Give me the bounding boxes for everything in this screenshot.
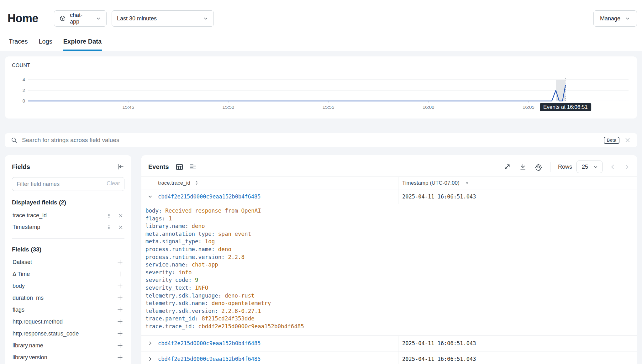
beta-badge: Beta [604, 137, 619, 144]
add-field-icon[interactable] [116, 258, 124, 266]
detail-value: 8f215cd24f353dde [202, 315, 255, 322]
divider [12, 238, 124, 239]
detail-key: meta.annotation_type: [145, 231, 215, 237]
count-line-chart[interactable]: 02415:4515:5015:5516:0016:05Events at 16… [12, 73, 630, 117]
dataset-cube-icon [59, 15, 66, 22]
settings-gear-icon[interactable] [535, 163, 543, 171]
column-header-timestamp[interactable]: Timestamp (UTC-07:00) [402, 180, 460, 186]
detail-line: body: Received response from OpenAI [145, 207, 637, 215]
field-row: Dataset [12, 256, 124, 268]
search-close-icon[interactable] [624, 136, 631, 144]
time-range-label: Last 30 minutes [117, 15, 157, 22]
add-field-icon[interactable] [116, 294, 124, 302]
detail-key: body: [145, 208, 162, 214]
detail-value: deno-rust [225, 293, 255, 299]
field-label: library.name [13, 342, 43, 349]
rows-per-page-select[interactable]: 25 [576, 161, 603, 173]
filter-clear-button[interactable]: Clear [107, 180, 120, 187]
tab-traces[interactable]: Traces [8, 38, 28, 51]
sort-desc-icon[interactable] [465, 181, 470, 186]
collapse-row-icon[interactable] [147, 193, 153, 200]
field-label: body [13, 283, 25, 289]
manage-button[interactable]: Manage [593, 10, 637, 27]
detail-value: INFO [195, 285, 208, 291]
field-row: http.response.status_code [12, 328, 124, 340]
chevron-down-icon [203, 16, 208, 21]
add-field-icon[interactable] [116, 306, 124, 314]
field-label: Δ Time [13, 271, 30, 277]
detail-line: process.runtime.name: deno [145, 245, 637, 253]
detail-key: process.runtime.version: [145, 254, 225, 260]
displayed-fields-header: Displayed fields (2) [12, 199, 124, 207]
expand-icon[interactable] [503, 163, 511, 171]
add-field-icon[interactable] [116, 282, 124, 290]
detail-line: library.name: deno [145, 222, 637, 230]
detail-value: 1 [169, 215, 172, 222]
search-icon [11, 137, 18, 144]
field-label: duration_ms [13, 295, 44, 301]
events-table-header: trace.trace_id Timestamp (UTC-07:00) [141, 177, 637, 189]
tab-logs[interactable]: Logs [38, 38, 52, 51]
trace-id-link[interactable]: cbd4f2e215d0000c9eaa152b0b4f6485 [158, 356, 261, 362]
detail-key: trace.trace_id: [145, 323, 195, 330]
detail-value: 9 [195, 277, 198, 283]
page-title: Home [8, 12, 38, 25]
chevron-down-icon [625, 16, 630, 21]
expand-row-icon[interactable] [147, 356, 153, 362]
svg-text:15:55: 15:55 [323, 104, 334, 110]
events-table: trace.trace_id Timestamp (UTC-07:00) cbd… [141, 177, 637, 364]
detail-value: cbd4f2e215d0000c9eaa152b0b4f6485 [198, 323, 304, 330]
detail-value: log [205, 238, 215, 245]
trace-id-link[interactable]: cbd4f2e215d0000c9eaa152b0b4f6485 [158, 340, 261, 346]
field-row: http.request.method [12, 316, 124, 328]
fields-panel-title: Fields [12, 163, 30, 171]
remove-field-icon[interactable] [118, 213, 124, 219]
detail-key: service.name: [145, 261, 188, 268]
detail-key: telemetry.sdk.version: [145, 308, 218, 314]
field-label: trace.trace_id [13, 212, 47, 219]
field-label: flags [13, 307, 24, 313]
add-field-icon[interactable] [116, 342, 124, 349]
detail-key: trace.parent_id: [145, 315, 198, 322]
chart-svg: 02415:4515:5015:5516:0016:05 [12, 73, 630, 117]
svg-text:2: 2 [23, 87, 25, 93]
detail-key: library.name: [145, 223, 188, 229]
chart-tooltip: Events at 16:06:51 [540, 103, 591, 111]
detail-value: chat-app [192, 261, 218, 268]
download-icon[interactable] [519, 163, 527, 171]
table-row: cbd4f2e215d0000c9eaa152b0b4f64852025-04-… [141, 351, 637, 364]
chevron-down-icon [96, 16, 101, 21]
remove-field-icon[interactable] [118, 224, 124, 230]
next-page-button[interactable] [623, 163, 630, 171]
prev-page-button[interactable] [609, 163, 617, 171]
detail-line: severity_code: 9 [145, 276, 637, 284]
drag-handle-icon[interactable] [106, 224, 112, 230]
svg-text:15:45: 15:45 [122, 104, 134, 110]
search-input[interactable] [22, 137, 599, 144]
add-field-icon[interactable] [116, 270, 124, 278]
time-range-dropdown[interactable]: Last 30 minutes [112, 10, 214, 27]
detail-line: trace.parent_id: 8f215cd24f353dde [145, 315, 637, 323]
expand-row-icon[interactable] [147, 340, 153, 346]
add-field-icon[interactable] [116, 330, 124, 337]
field-row: library.name [12, 340, 124, 351]
search-bar: Beta [5, 133, 637, 147]
list-view-icon[interactable] [189, 163, 197, 171]
add-field-icon[interactable] [116, 318, 124, 325]
all-fields-header: Fields (33) [12, 246, 124, 254]
detail-value: info [178, 269, 192, 276]
tab-explore-data[interactable]: Explore Data [63, 38, 102, 51]
dataset-label: chat-app [70, 12, 88, 25]
svg-text:4: 4 [23, 77, 25, 82]
collapse-panel-icon[interactable] [116, 163, 124, 171]
dataset-dropdown[interactable]: chat-app [54, 10, 107, 27]
detail-key: severity: [145, 269, 175, 276]
trace-id-link[interactable]: cbd4f2e215d0000c9eaa152b0b4f6485 [158, 193, 261, 200]
fields-panel: Fields Clear Displayed fields (2) trace.… [5, 155, 131, 364]
table-view-icon[interactable] [175, 163, 184, 171]
timestamp-value: 2025-04-11 16:06:51.043 [402, 340, 476, 346]
column-header-trace-id[interactable]: trace.trace_id [158, 180, 190, 186]
drag-handle-icon[interactable] [106, 213, 112, 219]
sort-icon[interactable] [194, 180, 199, 186]
add-field-icon[interactable] [116, 354, 124, 361]
